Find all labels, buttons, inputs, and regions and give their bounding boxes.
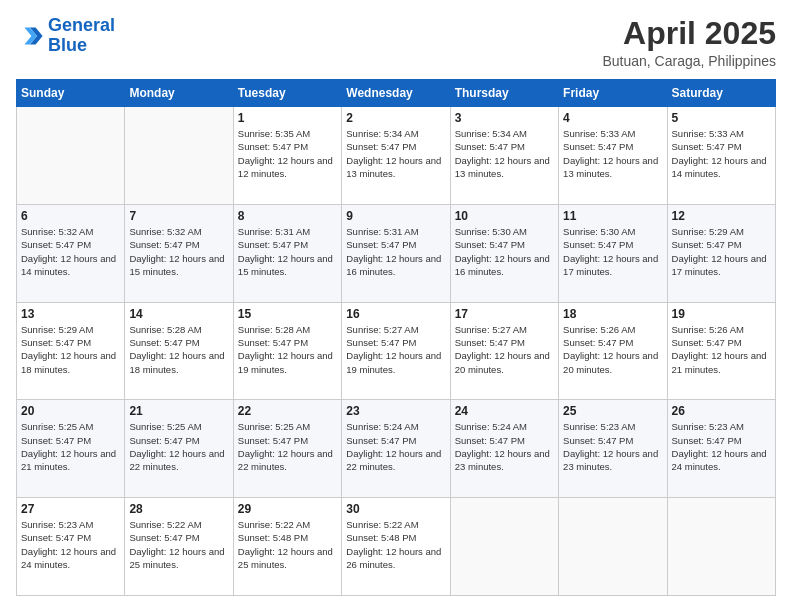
calendar-cell: 11Sunrise: 5:30 AMSunset: 5:47 PMDayligh… bbox=[559, 204, 667, 302]
day-number: 8 bbox=[238, 209, 337, 223]
calendar-cell: 3Sunrise: 5:34 AMSunset: 5:47 PMDaylight… bbox=[450, 107, 558, 205]
calendar-cell: 18Sunrise: 5:26 AMSunset: 5:47 PMDayligh… bbox=[559, 302, 667, 400]
day-info: Sunrise: 5:23 AMSunset: 5:47 PMDaylight:… bbox=[672, 420, 771, 473]
col-header-monday: Monday bbox=[125, 80, 233, 107]
calendar-cell: 17Sunrise: 5:27 AMSunset: 5:47 PMDayligh… bbox=[450, 302, 558, 400]
title-block: April 2025 Butuan, Caraga, Philippines bbox=[602, 16, 776, 69]
day-info: Sunrise: 5:33 AMSunset: 5:47 PMDaylight:… bbox=[672, 127, 771, 180]
calendar-cell: 14Sunrise: 5:28 AMSunset: 5:47 PMDayligh… bbox=[125, 302, 233, 400]
calendar-cell: 15Sunrise: 5:28 AMSunset: 5:47 PMDayligh… bbox=[233, 302, 341, 400]
calendar-cell: 6Sunrise: 5:32 AMSunset: 5:47 PMDaylight… bbox=[17, 204, 125, 302]
day-number: 13 bbox=[21, 307, 120, 321]
calendar-cell: 30Sunrise: 5:22 AMSunset: 5:48 PMDayligh… bbox=[342, 498, 450, 596]
main-title: April 2025 bbox=[602, 16, 776, 51]
calendar-cell: 8Sunrise: 5:31 AMSunset: 5:47 PMDaylight… bbox=[233, 204, 341, 302]
day-info: Sunrise: 5:24 AMSunset: 5:47 PMDaylight:… bbox=[455, 420, 554, 473]
calendar-cell: 21Sunrise: 5:25 AMSunset: 5:47 PMDayligh… bbox=[125, 400, 233, 498]
day-number: 28 bbox=[129, 502, 228, 516]
day-number: 1 bbox=[238, 111, 337, 125]
day-number: 22 bbox=[238, 404, 337, 418]
day-number: 20 bbox=[21, 404, 120, 418]
calendar-cell: 22Sunrise: 5:25 AMSunset: 5:47 PMDayligh… bbox=[233, 400, 341, 498]
calendar-cell: 9Sunrise: 5:31 AMSunset: 5:47 PMDaylight… bbox=[342, 204, 450, 302]
calendar-cell bbox=[17, 107, 125, 205]
day-number: 26 bbox=[672, 404, 771, 418]
calendar-cell: 13Sunrise: 5:29 AMSunset: 5:47 PMDayligh… bbox=[17, 302, 125, 400]
day-info: Sunrise: 5:30 AMSunset: 5:47 PMDaylight:… bbox=[563, 225, 662, 278]
day-number: 7 bbox=[129, 209, 228, 223]
day-info: Sunrise: 5:27 AMSunset: 5:47 PMDaylight:… bbox=[346, 323, 445, 376]
day-info: Sunrise: 5:27 AMSunset: 5:47 PMDaylight:… bbox=[455, 323, 554, 376]
calendar-cell: 2Sunrise: 5:34 AMSunset: 5:47 PMDaylight… bbox=[342, 107, 450, 205]
day-number: 5 bbox=[672, 111, 771, 125]
logo-line2: Blue bbox=[48, 35, 87, 55]
calendar-cell: 29Sunrise: 5:22 AMSunset: 5:48 PMDayligh… bbox=[233, 498, 341, 596]
day-number: 27 bbox=[21, 502, 120, 516]
calendar-cell: 12Sunrise: 5:29 AMSunset: 5:47 PMDayligh… bbox=[667, 204, 775, 302]
calendar-cell bbox=[667, 498, 775, 596]
day-number: 21 bbox=[129, 404, 228, 418]
day-info: Sunrise: 5:34 AMSunset: 5:47 PMDaylight:… bbox=[455, 127, 554, 180]
col-header-wednesday: Wednesday bbox=[342, 80, 450, 107]
day-number: 14 bbox=[129, 307, 228, 321]
day-number: 29 bbox=[238, 502, 337, 516]
logo: General Blue bbox=[16, 16, 115, 56]
col-header-saturday: Saturday bbox=[667, 80, 775, 107]
day-number: 30 bbox=[346, 502, 445, 516]
page: General Blue April 2025 Butuan, Caraga, … bbox=[0, 0, 792, 612]
calendar-cell: 1Sunrise: 5:35 AMSunset: 5:47 PMDaylight… bbox=[233, 107, 341, 205]
day-number: 16 bbox=[346, 307, 445, 321]
calendar-cell: 19Sunrise: 5:26 AMSunset: 5:47 PMDayligh… bbox=[667, 302, 775, 400]
day-number: 10 bbox=[455, 209, 554, 223]
calendar-cell: 24Sunrise: 5:24 AMSunset: 5:47 PMDayligh… bbox=[450, 400, 558, 498]
day-info: Sunrise: 5:25 AMSunset: 5:47 PMDaylight:… bbox=[21, 420, 120, 473]
calendar-cell: 5Sunrise: 5:33 AMSunset: 5:47 PMDaylight… bbox=[667, 107, 775, 205]
day-number: 19 bbox=[672, 307, 771, 321]
day-info: Sunrise: 5:29 AMSunset: 5:47 PMDaylight:… bbox=[21, 323, 120, 376]
calendar-cell: 26Sunrise: 5:23 AMSunset: 5:47 PMDayligh… bbox=[667, 400, 775, 498]
day-info: Sunrise: 5:35 AMSunset: 5:47 PMDaylight:… bbox=[238, 127, 337, 180]
calendar-cell bbox=[125, 107, 233, 205]
day-info: Sunrise: 5:32 AMSunset: 5:47 PMDaylight:… bbox=[21, 225, 120, 278]
logo-line1: General bbox=[48, 15, 115, 35]
day-number: 24 bbox=[455, 404, 554, 418]
day-number: 18 bbox=[563, 307, 662, 321]
calendar-cell: 28Sunrise: 5:22 AMSunset: 5:47 PMDayligh… bbox=[125, 498, 233, 596]
calendar-cell: 23Sunrise: 5:24 AMSunset: 5:47 PMDayligh… bbox=[342, 400, 450, 498]
col-header-sunday: Sunday bbox=[17, 80, 125, 107]
day-info: Sunrise: 5:31 AMSunset: 5:47 PMDaylight:… bbox=[346, 225, 445, 278]
day-number: 9 bbox=[346, 209, 445, 223]
day-number: 6 bbox=[21, 209, 120, 223]
calendar-cell: 25Sunrise: 5:23 AMSunset: 5:47 PMDayligh… bbox=[559, 400, 667, 498]
day-number: 15 bbox=[238, 307, 337, 321]
day-number: 4 bbox=[563, 111, 662, 125]
day-info: Sunrise: 5:22 AMSunset: 5:48 PMDaylight:… bbox=[346, 518, 445, 571]
day-number: 2 bbox=[346, 111, 445, 125]
header: General Blue April 2025 Butuan, Caraga, … bbox=[16, 16, 776, 69]
day-info: Sunrise: 5:23 AMSunset: 5:47 PMDaylight:… bbox=[21, 518, 120, 571]
col-header-tuesday: Tuesday bbox=[233, 80, 341, 107]
day-info: Sunrise: 5:32 AMSunset: 5:47 PMDaylight:… bbox=[129, 225, 228, 278]
logo-text: General Blue bbox=[48, 16, 115, 56]
day-info: Sunrise: 5:25 AMSunset: 5:47 PMDaylight:… bbox=[238, 420, 337, 473]
calendar-cell: 27Sunrise: 5:23 AMSunset: 5:47 PMDayligh… bbox=[17, 498, 125, 596]
calendar-cell bbox=[450, 498, 558, 596]
col-header-friday: Friday bbox=[559, 80, 667, 107]
day-info: Sunrise: 5:34 AMSunset: 5:47 PMDaylight:… bbox=[346, 127, 445, 180]
day-info: Sunrise: 5:28 AMSunset: 5:47 PMDaylight:… bbox=[129, 323, 228, 376]
logo-icon bbox=[16, 22, 44, 50]
col-header-thursday: Thursday bbox=[450, 80, 558, 107]
calendar-cell: 4Sunrise: 5:33 AMSunset: 5:47 PMDaylight… bbox=[559, 107, 667, 205]
day-number: 25 bbox=[563, 404, 662, 418]
calendar-cell: 7Sunrise: 5:32 AMSunset: 5:47 PMDaylight… bbox=[125, 204, 233, 302]
day-info: Sunrise: 5:30 AMSunset: 5:47 PMDaylight:… bbox=[455, 225, 554, 278]
calendar-cell: 20Sunrise: 5:25 AMSunset: 5:47 PMDayligh… bbox=[17, 400, 125, 498]
calendar-cell bbox=[559, 498, 667, 596]
day-info: Sunrise: 5:33 AMSunset: 5:47 PMDaylight:… bbox=[563, 127, 662, 180]
calendar: SundayMondayTuesdayWednesdayThursdayFrid… bbox=[16, 79, 776, 596]
day-info: Sunrise: 5:24 AMSunset: 5:47 PMDaylight:… bbox=[346, 420, 445, 473]
day-info: Sunrise: 5:22 AMSunset: 5:48 PMDaylight:… bbox=[238, 518, 337, 571]
day-info: Sunrise: 5:22 AMSunset: 5:47 PMDaylight:… bbox=[129, 518, 228, 571]
day-number: 3 bbox=[455, 111, 554, 125]
calendar-cell: 16Sunrise: 5:27 AMSunset: 5:47 PMDayligh… bbox=[342, 302, 450, 400]
